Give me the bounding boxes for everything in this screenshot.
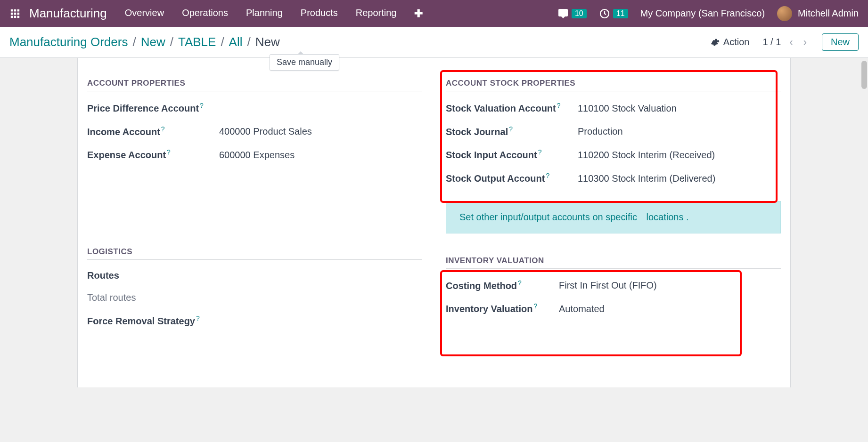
help-icon[interactable]: ? [546,172,549,179]
help-icon[interactable]: ? [200,102,204,109]
value-stock-output[interactable]: 110300 Stock Interim (Delivered) [578,173,781,184]
label-stock-valuation: Stock Valuation Account [446,103,556,113]
stage: ACCOUNT PROPERTIES Price Difference Acco… [0,58,868,387]
brand-link[interactable]: Manufacturing [29,6,107,21]
scrollbar-thumb[interactable] [861,61,867,89]
pager-next-icon[interactable]: › [802,36,809,48]
label-total-routes: Total routes [87,292,136,303]
hint-locations-link[interactable]: locations [646,212,683,222]
label-routes: Routes [87,270,119,281]
label-costing-method: Costing Method [446,280,517,290]
svg-rect-8 [17,16,20,18]
crumb-manufacturing-orders[interactable]: Manufacturing Orders [9,35,128,49]
field-costing-method: Costing Method? First In First Out (FIFO… [446,279,781,291]
value-expense-account[interactable]: 600000 Expenses [219,150,422,161]
section-logistics-title: LOGISTICS [87,247,422,260]
control-actions: Action 1 / 1 ‹ › New [710,33,859,51]
help-icon[interactable]: ? [538,148,542,156]
help-icon[interactable]: ? [557,102,561,109]
help-icon[interactable]: ? [167,148,171,156]
section-account-stock-title: ACCOUNT STOCK PROPERTIES [446,79,781,91]
field-force-removal-strategy: Force Removal Strategy? [87,314,422,327]
chat-badge: 10 [572,9,587,18]
crumb-new[interactable]: New [141,35,165,49]
field-expense-account: Expense Account? 600000 Expenses [87,148,422,161]
navbar-right: 10 11 My Company (San Francisco) Mitchel… [557,6,859,21]
menu-products[interactable]: Products [301,8,338,20]
field-income-account: Income Account? 400000 Product Sales [87,125,422,137]
help-icon[interactable]: ? [509,125,513,133]
field-stock-output-account: Stock Output Account? 110300 Stock Inter… [446,172,781,184]
value-stock-valuation[interactable]: 110100 Stock Valuation [578,103,781,114]
svg-rect-5 [17,12,20,15]
action-dropdown[interactable]: Action [710,37,750,48]
menu-overview[interactable]: Overview [125,8,164,20]
user-name: Mitchell Admin [798,8,859,19]
top-navbar: Manufacturing Overview Operations Planni… [0,0,868,27]
field-stock-valuation-account: Stock Valuation Account? 110100 Stock Va… [446,102,781,114]
section-inventory-valuation-title: INVENTORY VALUATION [446,256,781,269]
value-costing-method[interactable]: First In First Out (FIFO) [559,280,781,291]
help-icon[interactable]: ? [161,125,165,133]
menu-operations[interactable]: Operations [182,8,228,20]
help-icon[interactable]: ? [518,279,522,287]
crumb-table[interactable]: TABLE [178,35,216,49]
pager: 1 / 1 ‹ › [762,36,809,48]
help-icon[interactable]: ? [533,302,537,310]
value-income-account[interactable]: 400000 Product Sales [219,126,422,137]
control-bar: Manufacturing Orders / New / TABLE / All… [0,27,868,58]
activity-badge: 11 [613,9,628,18]
hint-text: Set other input/output accounts on speci… [459,212,637,222]
right-column: ACCOUNT STOCK PROPERTIES Stock Valuation… [446,79,781,338]
field-price-difference-account: Price Difference Account? [87,102,422,114]
user-menu[interactable]: Mitchell Admin [777,6,859,21]
label-inventory-valuation: Inventory Valuation [446,304,532,314]
messaging-button[interactable]: 10 [557,8,587,19]
main-menu: Overview Operations Planning Products Re… [125,8,423,20]
value-stock-journal[interactable]: Production [578,126,781,137]
label-income-account: Income Account [87,126,160,137]
value-stock-input[interactable]: 110200 Stock Interim (Received) [578,150,781,161]
field-inventory-valuation: Inventory Valuation? Automated [446,302,781,314]
left-column: ACCOUNT PROPERTIES Price Difference Acco… [87,79,422,338]
activity-button[interactable]: 11 [599,8,628,19]
svg-rect-0 [11,9,13,11]
section-account-properties-title: ACCOUNT PROPERTIES [87,79,422,91]
svg-rect-4 [14,12,16,15]
vertical-scrollbar[interactable] [860,59,868,387]
label-price-difference: Price Difference Account [87,103,199,113]
company-switcher[interactable]: My Company (San Francisco) [640,8,765,19]
form-sheet: ACCOUNT PROPERTIES Price Difference Acco… [77,58,791,387]
pager-value[interactable]: 1 / 1 [762,37,781,48]
pager-prev-icon[interactable]: ‹ [787,36,794,48]
field-total-routes: Total routes [87,292,422,303]
chat-icon [557,8,569,19]
field-stock-input-account: Stock Input Account? 110200 Stock Interi… [446,148,781,161]
save-tooltip: Save manually [270,54,339,71]
svg-rect-3 [11,12,13,15]
menu-reporting[interactable]: Reporting [356,8,397,20]
help-icon[interactable]: ? [196,314,200,322]
field-stock-journal: Stock Journal? Production [446,125,781,137]
value-inventory-valuation[interactable]: Automated [559,304,781,314]
field-routes: Routes [87,270,422,281]
svg-rect-6 [11,16,13,18]
action-label: Action [723,37,750,48]
svg-rect-1 [14,9,16,11]
label-expense-account: Expense Account [87,150,166,160]
label-force-removal: Force Removal Strategy [87,316,195,326]
new-button[interactable]: New [822,33,859,51]
crumb-active: New [255,35,280,49]
svg-rect-2 [17,9,20,11]
hint-locations: Set other input/output accounts on speci… [446,201,781,233]
breadcrumb: Manufacturing Orders / New / TABLE / All… [9,35,280,49]
crumb-all[interactable]: All [229,35,243,49]
hint-trail: . [686,212,689,222]
label-stock-journal: Stock Journal [446,126,508,137]
clock-icon [599,8,610,19]
menu-add-icon[interactable]: ✚ [414,8,423,20]
svg-rect-7 [14,16,16,18]
menu-planning[interactable]: Planning [246,8,283,20]
gear-icon [710,38,720,47]
apps-icon[interactable] [9,8,21,19]
